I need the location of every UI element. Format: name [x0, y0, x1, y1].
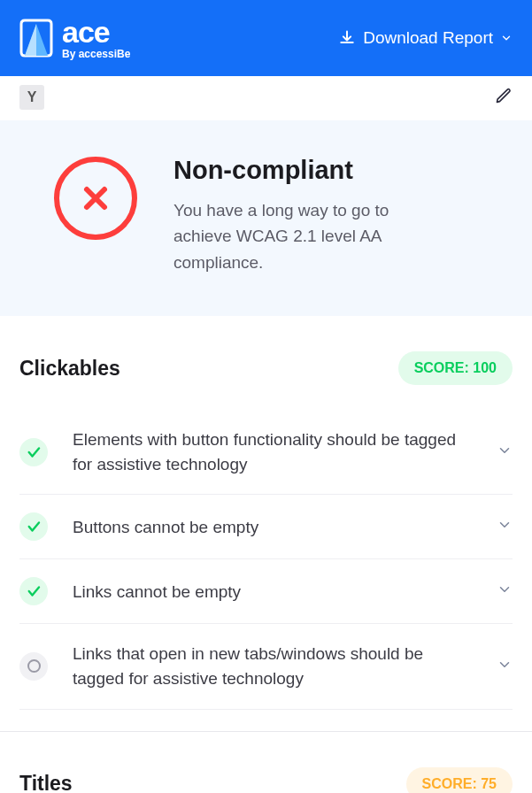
chevron-down-icon [497, 517, 513, 536]
chevron-down-icon [497, 443, 513, 462]
section-title: Clickables [19, 357, 120, 381]
logo-mark-icon [19, 17, 53, 59]
section-header: TitlesSCORE: 75 [19, 767, 513, 794]
rule-text: Elements with button functionality shoul… [73, 427, 472, 476]
section-header: ClickablesSCORE: 100 [19, 351, 513, 385]
neutral-icon [19, 652, 48, 681]
app-header: ace By accessiBe Download Report [0, 0, 532, 76]
brand-subtitle: By accessiBe [62, 49, 130, 59]
section-title: Titles [19, 772, 73, 793]
check-icon [19, 577, 48, 605]
edit-button[interactable] [495, 87, 513, 108]
score-badge: SCORE: 75 [406, 767, 513, 794]
rule-row[interactable]: Buttons cannot be empty [19, 495, 513, 559]
pencil-icon [495, 92, 513, 107]
url-toolbar: Y [0, 76, 532, 120]
rule-row[interactable]: Links that open in new tabs/windows shou… [19, 624, 513, 709]
score-badge: SCORE: 100 [398, 351, 513, 385]
chevron-down-icon [500, 32, 513, 44]
rule-text: Links cannot be empty [73, 580, 472, 604]
status-title: Non-compliant [173, 156, 505, 185]
brand-logo: ace By accessiBe [19, 17, 130, 59]
check-icon [19, 438, 48, 466]
rule-row[interactable]: Links cannot be empty [19, 559, 513, 624]
download-icon [338, 29, 356, 47]
status-fail-icon [53, 156, 138, 241]
site-badge[interactable]: Y [19, 85, 44, 110]
check-icon [19, 512, 48, 541]
chevron-down-icon [497, 581, 513, 601]
compliance-status-card: Non-compliant You have a long way to go … [0, 120, 532, 316]
download-label: Download Report [363, 28, 493, 48]
download-report-button[interactable]: Download Report [338, 28, 513, 48]
rule-text: Links that open in new tabs/windows shou… [73, 642, 472, 690]
brand-name: ace [62, 17, 130, 47]
audit-section: ClickablesSCORE: 100Elements with button… [0, 316, 532, 709]
status-description: You have a long way to go to achieve WCA… [173, 197, 439, 275]
rule-text: Buttons cannot be empty [73, 515, 472, 540]
audit-section: TitlesSCORE: 75Every page should include… [0, 731, 532, 794]
chevron-down-icon [497, 657, 513, 676]
rule-row[interactable]: Elements with button functionality shoul… [19, 410, 513, 495]
